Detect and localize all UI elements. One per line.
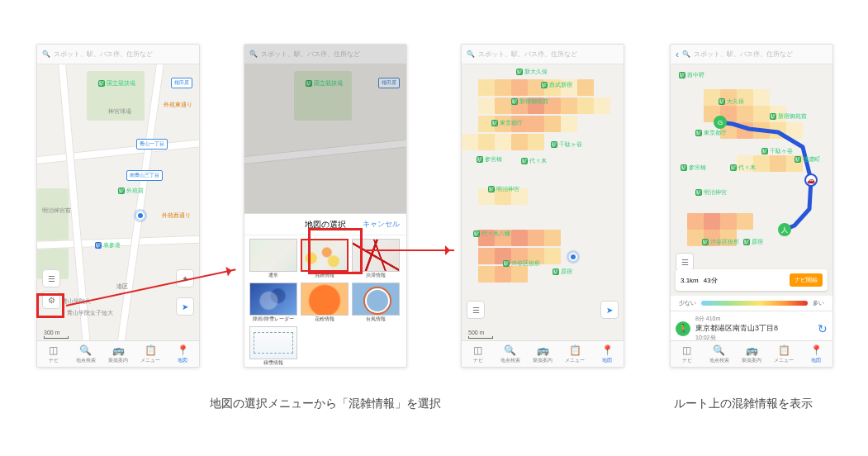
gear-icon: ⚙ bbox=[48, 296, 55, 305]
layer-select-sheet: 地図の選択 キャンセル 通常混雑情報渋滞情報降雨/降雪レーダー花粉情報台風情報積… bbox=[244, 213, 406, 367]
screenshot-1-map-layers: 🔍 スポット、駅、バス停、住所など 神宮球場 駅国立競技場 権田原 外苑東通り … bbox=[36, 44, 200, 368]
layer-tile-rain[interactable]: 降雨/降雪レーダー bbox=[248, 283, 299, 323]
station-label: 駅渋谷区役所 bbox=[702, 238, 739, 246]
heat-cell bbox=[511, 266, 528, 283]
route-start-pin: G bbox=[714, 116, 727, 129]
station-label: 駅原宿 bbox=[743, 238, 763, 246]
station-label: 駅西中野 bbox=[679, 71, 704, 79]
layers-button[interactable]: ☰ bbox=[676, 253, 694, 271]
search-icon: 🔍 bbox=[42, 50, 50, 58]
tab-label: 地点検索 bbox=[709, 357, 729, 364]
tab-地点検索[interactable]: 🔍地点検索 bbox=[703, 341, 735, 367]
route-walk-pin: 人 bbox=[778, 223, 791, 236]
search-bar[interactable]: 🔍 スポット、駅、バス停、住所など bbox=[244, 45, 406, 64]
layer-tile-snow[interactable]: 積雪情報 bbox=[248, 326, 299, 367]
tab-ナビ[interactable]: ◫ナビ bbox=[37, 341, 69, 367]
tab-乗換案内[interactable]: 🚌乗換案内 bbox=[102, 341, 134, 367]
layers-button[interactable]: ☰ bbox=[42, 269, 60, 287]
locate-icon: ➤ bbox=[182, 302, 188, 311]
station-label: 駅代々木 bbox=[730, 164, 756, 172]
tile-thumbnail bbox=[249, 283, 297, 316]
heat-cell bbox=[462, 134, 478, 150]
tab-地点検索[interactable]: 🔍地点検索 bbox=[494, 341, 526, 367]
scale-bar: 300 m bbox=[44, 330, 69, 339]
heat-cell bbox=[478, 97, 495, 114]
station-label: 駅新大久保 bbox=[516, 68, 548, 76]
tab-label: メニュー bbox=[774, 357, 794, 364]
poi-label: 神宮球場 bbox=[108, 107, 131, 116]
heat-cell bbox=[561, 97, 577, 114]
exit-pill: 青山一丁目 bbox=[136, 139, 168, 150]
station-label: 駅表参道 bbox=[95, 241, 121, 249]
locate-button[interactable]: ➤ bbox=[176, 297, 194, 316]
settings-button[interactable]: ⚙ bbox=[42, 291, 60, 309]
tab-ナビ[interactable]: ◫ナビ bbox=[671, 341, 703, 367]
tile-label: 通常 bbox=[268, 272, 278, 279]
tab-icon: 🚌 bbox=[112, 344, 125, 356]
map-canvas[interactable]: G 🚗 人 ☰ 3.1km 43分 ナビ開始 駅西中野駅大久保駅新宿御苑前駅東京… bbox=[671, 64, 832, 296]
search-bar[interactable]: ‹ 🔍 スポット、駅、バス停、住所など bbox=[671, 45, 832, 64]
start-navigation-button[interactable]: ナビ開始 bbox=[790, 273, 823, 287]
layer-tile-congest[interactable]: 混雑情報 bbox=[299, 239, 350, 279]
refresh-button[interactable]: ↻ bbox=[818, 322, 828, 335]
layer-tile-normal[interactable]: 通常 bbox=[248, 239, 299, 279]
tab-地図[interactable]: 📍地図 bbox=[167, 341, 199, 367]
station-label: 駅東京都庁 bbox=[695, 129, 727, 137]
tab-メニュー[interactable]: 📋メニュー bbox=[559, 341, 591, 367]
station-label: 駅原宿 bbox=[553, 268, 572, 276]
route-distance: 3.1km bbox=[681, 277, 699, 284]
station-label: 駅渋谷区役所 bbox=[503, 259, 540, 268]
heat-cell bbox=[478, 134, 495, 150]
poi-label: 青山学院女子短大 bbox=[67, 309, 113, 317]
layers-button[interactable]: ☰ bbox=[467, 301, 485, 319]
locate-icon: ➤ bbox=[606, 306, 613, 315]
tab-icon: 🔍 bbox=[504, 344, 516, 356]
heat-cell bbox=[478, 266, 495, 283]
tile-thumbnail bbox=[249, 239, 297, 272]
map-canvas-dimmed: 駅国立競技場 権田原 bbox=[244, 64, 406, 213]
tab-icon: 📋 bbox=[145, 344, 157, 356]
search-icon: 🔍 bbox=[249, 50, 258, 58]
tab-地図[interactable]: 📍地図 bbox=[591, 341, 624, 367]
search-icon: 🔍 bbox=[467, 50, 475, 58]
road-label: 外苑東通り bbox=[164, 101, 192, 109]
cancel-button[interactable]: キャンセル bbox=[363, 219, 400, 230]
layer-tile-pollen[interactable]: 花粉情報 bbox=[299, 283, 350, 323]
tab-メニュー[interactable]: 📋メニュー bbox=[768, 341, 800, 367]
tab-乗換案内[interactable]: 🚌乗換案内 bbox=[526, 341, 558, 367]
layer-tile-grid: 通常混雑情報渋滞情報降雨/降雪レーダー花粉情報台風情報積雪情報 bbox=[244, 235, 406, 368]
bottom-nav: ◫ナビ🔍地点検索🚌乗換案内📋メニュー📍地図 bbox=[462, 340, 624, 367]
tab-label: 乗換案内 bbox=[108, 357, 128, 364]
search-placeholder: スポット、駅、バス停、住所など bbox=[694, 50, 793, 59]
tab-label: 地点検索 bbox=[500, 357, 520, 364]
current-location-dot bbox=[136, 211, 145, 220]
heat-cell bbox=[478, 79, 495, 96]
screenshot-3-congestion-map: 🔍 スポット、駅、バス停、住所など ☰ ➤ 500 m 駅西武新宿駅新宿御苑前駅… bbox=[461, 44, 624, 368]
heat-cell bbox=[594, 97, 610, 114]
tile-thumbnail bbox=[301, 283, 349, 316]
back-button[interactable]: ‹ bbox=[676, 49, 679, 60]
sheet-header: 地図の選択 キャンセル bbox=[244, 214, 406, 235]
heat-cell bbox=[577, 79, 594, 96]
tab-label: 地図 bbox=[178, 357, 187, 364]
tab-label: メニュー bbox=[565, 357, 585, 364]
tab-メニュー[interactable]: 📋メニュー bbox=[135, 341, 167, 367]
tab-乗換案内[interactable]: 🚌乗換案内 bbox=[735, 341, 767, 367]
tab-ナビ[interactable]: ◫ナビ bbox=[462, 341, 494, 367]
map-canvas[interactable]: ☰ ➤ 500 m 駅西武新宿駅新宿御苑前駅東京都庁駅千駄ヶ谷駅代々木駅明治神宮… bbox=[462, 64, 624, 342]
tab-地点検索[interactable]: 🔍地点検索 bbox=[69, 341, 102, 367]
search-bar[interactable]: 🔍 スポット、駅、バス停、住所など bbox=[37, 45, 199, 64]
search-bar[interactable]: 🔍 スポット、駅、バス停、住所など bbox=[462, 45, 624, 64]
map-canvas[interactable]: 神宮球場 駅国立競技場 権田原 外苑東通り 青山一丁目 駅外苑前 明治神宮前 外… bbox=[37, 64, 199, 342]
legend-gradient bbox=[701, 301, 808, 306]
tab-icon: ◫ bbox=[682, 344, 691, 356]
tab-icon: 🔍 bbox=[713, 344, 725, 356]
layer-tile-typhoon[interactable]: 台風情報 bbox=[350, 283, 401, 323]
layer-tile-traffic[interactable]: 渋滞情報 bbox=[350, 239, 401, 279]
locate-button[interactable]: ➤ bbox=[600, 301, 619, 319]
tab-地図[interactable]: 📍地図 bbox=[800, 341, 832, 367]
tile-label: 混雑情報 bbox=[315, 272, 334, 279]
tab-icon: 🚌 bbox=[537, 344, 549, 356]
tab-label: ナビ bbox=[49, 357, 59, 364]
tab-icon: 🔍 bbox=[79, 344, 92, 356]
